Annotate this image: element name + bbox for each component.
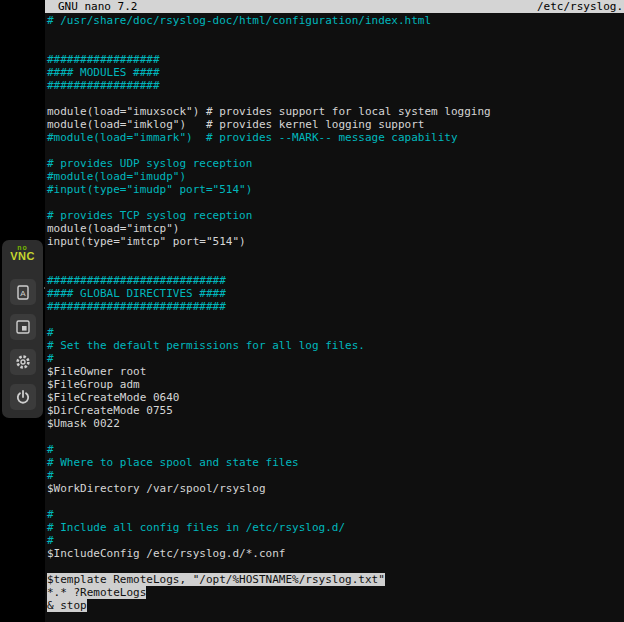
- novnc-logo: no VNC: [10, 244, 35, 270]
- gear-icon: [15, 354, 31, 370]
- editor-line: #################: [47, 79, 624, 92]
- editor-line: module(load="imtcp"): [47, 222, 624, 235]
- desktop: no VNC A: [0, 0, 624, 622]
- editor-line: [47, 495, 624, 508]
- editor-line: [47, 248, 624, 261]
- editor-line: #### MODULES ####: [47, 66, 624, 79]
- editor-line: #: [47, 508, 624, 521]
- clipboard-icon: A: [15, 284, 31, 300]
- editor-line: #: [47, 534, 624, 547]
- editor-line: $Umask 0022: [47, 417, 624, 430]
- editor-line: [47, 261, 624, 274]
- editor-line: $IncludeConfig /etc/rsyslog.d/*.conf: [47, 547, 624, 560]
- editor-line: $template RemoteLogs, "/opt/%HOSTNAME%/r…: [47, 573, 624, 586]
- editor-line: $WorkDirectory /var/spool/rsyslog: [47, 482, 624, 495]
- fullscreen-icon: [15, 319, 31, 335]
- editor-line: [47, 144, 624, 157]
- editor-line: module(load="imuxsock") # provides suppo…: [47, 105, 624, 118]
- editor-line: $FileCreateMode 0640: [47, 391, 624, 404]
- editor-line: #### GLOBAL DIRECTIVES ####: [47, 287, 624, 300]
- editor-line: input(type="imtcp" port="514"): [47, 235, 624, 248]
- editor-line: ###########################: [47, 300, 624, 313]
- power-button[interactable]: [10, 384, 36, 410]
- power-icon: [15, 389, 31, 405]
- editor-line: #module(load="imudp"): [47, 170, 624, 183]
- editor-line: [47, 313, 624, 326]
- editor-line: [47, 560, 624, 573]
- editor-content[interactable]: # /usr/share/doc/rsyslog-doc/html/config…: [45, 13, 624, 612]
- editor-line: # /usr/share/doc/rsyslog-doc/html/config…: [47, 14, 624, 27]
- editor-line: ###########################: [47, 274, 624, 287]
- novnc-logo-vnc: VNC: [10, 251, 35, 262]
- editor-line: $DirCreateMode 0755: [47, 404, 624, 417]
- fullscreen-button[interactable]: [10, 314, 36, 340]
- editor-line: *.* ?RemoteLogs: [47, 586, 624, 599]
- editor-line: [47, 27, 624, 40]
- editor-line: $FileOwner root: [47, 365, 624, 378]
- editor-line: [47, 430, 624, 443]
- editor-line: # provides TCP syslog reception: [47, 209, 624, 222]
- editor-line: #input(type="imudp" port="514"): [47, 183, 624, 196]
- editor-line: # Set the default permissions for all lo…: [47, 339, 624, 352]
- clipboard-button[interactable]: A: [10, 279, 36, 305]
- editor-line: #: [47, 469, 624, 482]
- editor-line: [47, 196, 624, 209]
- editor-line: #: [47, 443, 624, 456]
- settings-button[interactable]: [10, 349, 36, 375]
- editor-line: $FileGroup adm: [47, 378, 624, 391]
- terminal-window[interactable]: GNU nano 7.2 /etc/rsyslog. # /usr/share/…: [45, 0, 624, 622]
- svg-text:A: A: [20, 289, 26, 298]
- editor-line: & stop: [47, 599, 624, 612]
- nano-version-label: GNU nano 7.2: [58, 0, 137, 13]
- nano-filename-label: /etc/rsyslog.: [537, 0, 624, 13]
- editor-line: module(load="imklog") # provides kernel …: [47, 118, 624, 131]
- editor-line: # provides UDP syslog reception: [47, 157, 624, 170]
- vnc-control-panel: no VNC A: [2, 240, 43, 418]
- editor-line: #################: [47, 53, 624, 66]
- editor-line: [47, 40, 624, 53]
- editor-line: #: [47, 326, 624, 339]
- editor-line: [47, 92, 624, 105]
- editor-line: # Where to place spool and state files: [47, 456, 624, 469]
- editor-line: #module(load="immark") # provides --MARK…: [47, 131, 624, 144]
- editor-line: #: [47, 352, 624, 365]
- nano-titlebar: GNU nano 7.2 /etc/rsyslog.: [45, 0, 624, 13]
- editor-line: # Include all config files in /etc/rsysl…: [47, 521, 624, 534]
